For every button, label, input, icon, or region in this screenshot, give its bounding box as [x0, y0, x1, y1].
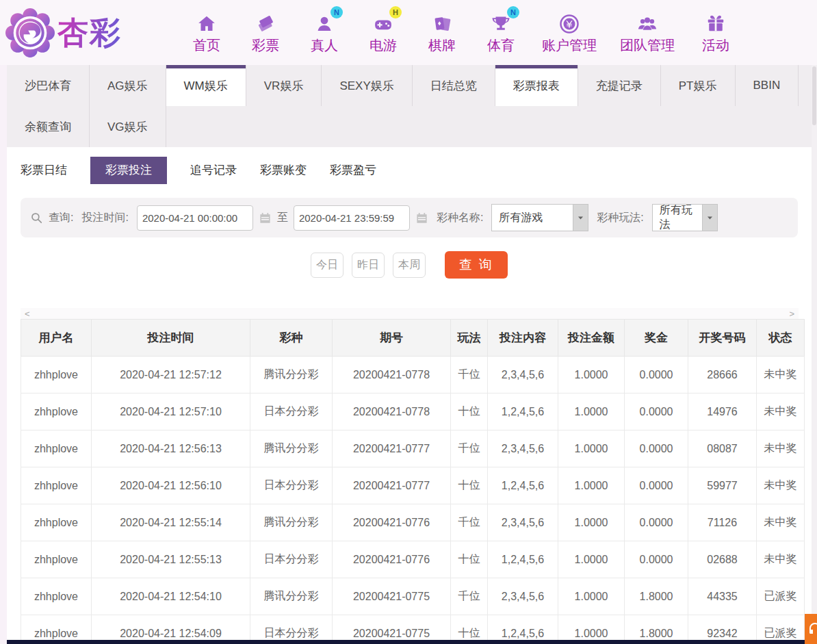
chevron-down-icon [702, 205, 717, 231]
yesterday-button[interactable]: 昨日 [352, 253, 385, 278]
table-row: zhhplove 2020-04-21 12:56:13 腾讯分分彩 20200… [21, 430, 805, 467]
tab-row-1: 沙巴体育 AG娱乐 WM娱乐 VR娱乐 SEXY娱乐 日结总览 彩票报表 充提记… [7, 65, 812, 106]
today-button[interactable]: 今日 [311, 253, 343, 278]
subtab-lottery-profit[interactable]: 彩票盈亏 [330, 157, 376, 184]
status-badge: 未中奖 [757, 504, 805, 541]
report-subtabs: 彩票日结 彩票投注 追号记录 彩票账变 彩票盈亏 [21, 157, 812, 184]
tab-wm[interactable]: WM娱乐 [166, 65, 246, 106]
tab-bbin[interactable]: BBIN [736, 65, 799, 106]
column-header-game: 彩种 [250, 320, 333, 357]
nav-item-live[interactable]: N 真人 [307, 11, 342, 55]
bets-table: 用户名 投注时间 彩种 期号 玩法 投注内容 投注金额 奖金 开奖号码 状态 z [21, 319, 805, 644]
tab-vg[interactable]: VG娱乐 [90, 106, 166, 147]
cell-bet-time: 2020-04-21 12:56:13 [92, 430, 250, 467]
cell-bet-time: 2020-04-21 12:57:10 [92, 394, 250, 430]
cell-content: 1,2,4,5,6 [488, 541, 558, 578]
cell-username: zhhplove [21, 578, 92, 615]
cell-bet-time: 2020-04-21 12:56:10 [92, 467, 250, 504]
nav-item-home[interactable]: 首页 [189, 11, 224, 55]
week-button[interactable]: 本周 [393, 253, 426, 278]
cell-issue: 20200421-0776 [333, 541, 451, 578]
cell-content: 2,3,4,5,6 [488, 578, 558, 615]
nav-item-lottery[interactable]: 彩票 [248, 11, 283, 55]
coin-icon [559, 11, 580, 34]
cards-icon [432, 11, 452, 34]
cell-bet-time: 2020-04-21 12:54:10 [92, 578, 250, 615]
tab-vr[interactable]: VR娱乐 [246, 65, 322, 106]
cell-amount: 1.0000 [558, 357, 625, 394]
headset-icon [807, 621, 817, 637]
horizontal-scrollbar[interactable]: < > [21, 308, 799, 319]
cell-play: 千位 [451, 578, 488, 615]
bet-time-label: 投注时间: [81, 211, 128, 225]
cell-bet-time: 2020-04-21 12:57:12 [92, 357, 250, 394]
table-row: zhhplove 2020-04-21 12:55:14 腾讯分分彩 20200… [21, 504, 805, 541]
vertical-scrollbar[interactable] [812, 65, 817, 644]
nav-item-account-management[interactable]: 账户管理 [542, 11, 597, 55]
time-to-input[interactable] [294, 205, 410, 231]
subtab-lottery-daily[interactable]: 彩票日结 [21, 157, 67, 184]
cell-content: 2,3,4,5,6 [488, 504, 558, 541]
cell-issue: 20200421-0778 [333, 357, 451, 394]
tab-daily-summary[interactable]: 日结总览 [413, 65, 495, 106]
top-header: 杏彩 首页 彩票 N 真人 [0, 0, 817, 65]
bottom-edge-bar [7, 640, 812, 644]
tab-saba-sports[interactable]: 沙巴体育 [7, 65, 90, 106]
cell-game: 日本分分彩 [250, 394, 333, 430]
scroll-left-icon[interactable]: < [25, 309, 30, 318]
cell-issue: 20200421-0776 [333, 504, 451, 541]
subtab-lottery-bets[interactable]: 彩票投注 [90, 157, 167, 184]
column-header-content: 投注内容 [488, 320, 558, 357]
cell-numbers: 08087 [688, 430, 757, 467]
play-type-select[interactable]: 所有玩法 [652, 204, 718, 231]
table-row: zhhplove 2020-04-21 12:55:13 日本分分彩 20200… [21, 541, 805, 578]
cell-numbers: 71126 [688, 504, 757, 541]
brand-logo[interactable]: 杏彩 [5, 8, 161, 57]
calendar-icon[interactable] [415, 211, 428, 224]
tab-balance-query[interactable]: 余额查询 [7, 106, 90, 147]
cell-amount: 1.0000 [558, 430, 625, 467]
platform-tab-strip: 沙巴体育 AG娱乐 WM娱乐 VR娱乐 SEXY娱乐 日结总览 彩票报表 充提记… [7, 65, 812, 147]
nav-label: 真人 [311, 36, 338, 55]
tab-row-2: 余额查询 VG娱乐 [7, 106, 812, 147]
tab-sexy[interactable]: SEXY娱乐 [322, 65, 412, 106]
scroll-right-icon[interactable]: > [789, 309, 794, 318]
customer-service-widget[interactable] [805, 614, 817, 644]
person-icon: N [314, 11, 335, 34]
cell-numbers: 28666 [688, 357, 757, 394]
tab-pt[interactable]: PT娱乐 [661, 65, 736, 106]
cell-amount: 1.0000 [558, 394, 625, 430]
cell-issue: 20200421-0777 [333, 467, 451, 504]
status-badge: 未中奖 [757, 357, 805, 394]
tab-lottery-report[interactable]: 彩票报表 [495, 65, 578, 106]
flower-logo-icon [5, 8, 55, 57]
subtab-chase-records[interactable]: 追号记录 [190, 157, 237, 184]
scrollbar-thumb[interactable] [812, 66, 816, 125]
left-page-margin [0, 65, 7, 644]
nav-label: 体育 [487, 36, 515, 55]
cell-prize: 0.0000 [625, 430, 688, 467]
cell-play: 千位 [451, 504, 488, 541]
subtab-lottery-account-change[interactable]: 彩票账变 [260, 157, 307, 184]
nav-label: 电游 [369, 36, 397, 55]
status-badge: 未中奖 [757, 430, 805, 467]
nav-item-sports[interactable]: N 体育 [483, 11, 519, 55]
tab-ag[interactable]: AG娱乐 [90, 65, 166, 106]
column-header-prize: 奖金 [625, 320, 688, 357]
column-header-bet-time: 投注时间 [92, 320, 250, 357]
nav-item-egames[interactable]: H 电游 [365, 11, 401, 55]
calendar-icon[interactable] [259, 211, 272, 224]
cell-issue: 20200421-0778 [333, 394, 451, 430]
cell-content: 1,2,4,5,6 [488, 394, 558, 430]
cell-content: 2,3,4,5,6 [488, 357, 558, 394]
search-button[interactable]: 查 询 [445, 251, 508, 279]
column-header-play: 玩法 [451, 320, 488, 357]
time-from-input[interactable] [137, 205, 253, 231]
cell-play: 十位 [451, 394, 488, 430]
tab-deposit-withdraw-records[interactable]: 充提记录 [578, 65, 661, 106]
column-header-status: 状态 [757, 320, 805, 357]
nav-item-team-management[interactable]: 团队管理 [620, 11, 675, 55]
nav-item-promotions[interactable]: 活动 [698, 11, 734, 55]
nav-item-board-games[interactable]: 棋牌 [424, 11, 460, 55]
game-select[interactable]: 所有游戏 [491, 204, 588, 231]
